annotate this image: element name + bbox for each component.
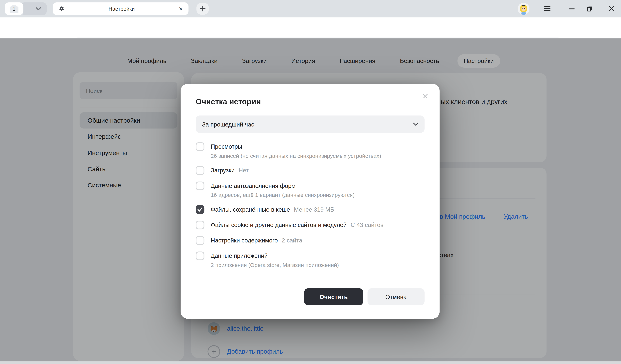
menu-button[interactable] (542, 3, 553, 14)
tab-counter-badge: 1 (10, 4, 18, 13)
item-texts: Просмотры26 записей (не считая данных на… (211, 142, 381, 159)
history-item-4: Файлы cookie и другие данные сайтов и мо… (196, 221, 424, 229)
item-meta: 2 сайта (282, 237, 302, 244)
checkbox[interactable] (196, 252, 204, 260)
history-items-list: Просмотры26 записей (не считая данных на… (196, 142, 424, 269)
close-window-button[interactable] (606, 3, 617, 14)
dialog-title: Очистка истории (196, 97, 424, 107)
item-texts: Файлы, сохранённые в кешеМенее 319 МБ (211, 205, 334, 214)
toolbar: Я Y settings Настройки (0, 17, 621, 38)
tab-counter-button[interactable]: 1 (5, 2, 23, 15)
tab-settings[interactable]: Настройки ✕ (53, 2, 189, 15)
minimize-button[interactable] (566, 3, 577, 14)
item-label: Файлы, сохранённые в кеше (211, 206, 290, 213)
browser-window: 1 Настройки ✕ (0, 0, 621, 364)
browser-avatar[interactable] (518, 3, 530, 15)
window-bottom-edge (0, 362, 621, 364)
minimize-icon (569, 8, 575, 9)
history-item-5: Настройки содержимого2 сайта (196, 236, 424, 245)
item-texts: ЗагрузкиНет (211, 166, 249, 175)
history-item-6: Данные приложений2 приложения (Opera sto… (196, 252, 424, 269)
hamburger-menu-icon (544, 6, 551, 11)
checkbox[interactable] (196, 236, 204, 245)
item-subtext: 26 записей (не считая данных на синхрони… (211, 153, 381, 159)
item-label: Загрузки (211, 167, 235, 174)
item-texts: Настройки содержимого2 сайта (211, 236, 302, 245)
item-meta: Менее 319 МБ (294, 206, 334, 213)
item-subtext: 2 приложения (Opera store, Магазин прило… (211, 262, 339, 269)
chevron-down-icon (36, 7, 41, 11)
tab-close-icon[interactable]: ✕ (179, 6, 183, 11)
item-label: Данные приложений (211, 252, 268, 259)
alice-avatar-image (518, 3, 530, 15)
history-item-0: Просмотры26 записей (не считая данных на… (196, 142, 424, 159)
select-chevron-icon (413, 123, 418, 126)
restore-button[interactable] (584, 3, 595, 14)
item-label: Просмотры (211, 143, 242, 150)
checkbox[interactable] (196, 166, 204, 175)
checkbox-checked[interactable] (196, 205, 204, 214)
dialog-close-icon[interactable]: ✕ (421, 91, 430, 102)
settings-page: Мой профильЗакладкиЗагрузкиИсторияРасшир… (0, 38, 621, 361)
checkbox[interactable] (196, 142, 204, 151)
clear-history-dialog: ✕ Очистка истории За прошедший час Просм… (181, 84, 440, 319)
item-meta: С 43 сайтов (351, 222, 383, 228)
period-value: За прошедший час (202, 121, 254, 127)
restore-window-icon (586, 6, 593, 12)
history-item-1: ЗагрузкиНет (196, 166, 424, 175)
history-item-3: Файлы, сохранённые в кешеМенее 319 МБ (196, 205, 424, 214)
item-label: Файлы cookie и другие данные сайтов и мо… (211, 222, 347, 228)
plus-icon (200, 6, 205, 12)
item-label: Настройки содержимого (211, 237, 278, 244)
tab-count: 1 (13, 6, 15, 12)
gear-icon (58, 6, 65, 12)
item-texts: Файлы cookie и другие данные сайтов и мо… (211, 221, 383, 229)
item-label: Данные автозаполнения форм (211, 182, 296, 189)
cancel-button[interactable]: Отмена (367, 288, 424, 305)
clear-button[interactable]: Очистить (304, 288, 363, 305)
checkbox[interactable] (196, 221, 204, 229)
item-meta: Нет (239, 167, 249, 174)
tab-title: Настройки (65, 6, 179, 12)
tab-list-button[interactable] (21, 2, 47, 15)
new-tab-button[interactable] (196, 3, 209, 15)
item-subtext: 16 адресов, ещё 1 вариант (данные синхро… (211, 192, 355, 198)
dialog-actions: Очистить Отмена (304, 288, 425, 305)
history-item-2: Данные автозаполнения форм16 адресов, ещ… (196, 182, 424, 199)
tab-strip: 1 Настройки ✕ (0, 0, 621, 17)
checkbox[interactable] (196, 182, 204, 190)
item-texts: Данные автозаполнения форм16 адресов, ещ… (211, 182, 355, 199)
period-select[interactable]: За прошедший час (196, 115, 424, 133)
item-texts: Данные приложений2 приложения (Opera sto… (211, 252, 339, 269)
close-icon (609, 6, 614, 12)
